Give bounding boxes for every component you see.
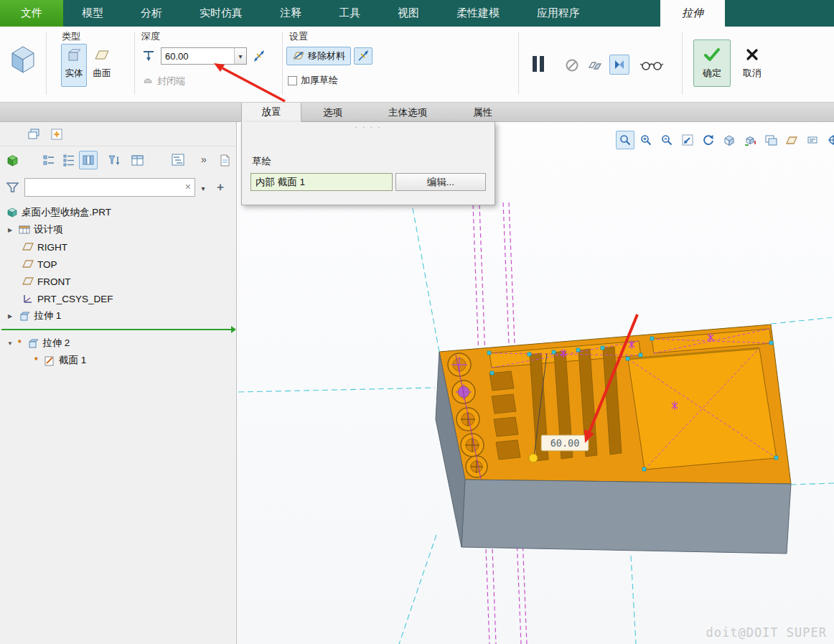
detail-view-icon[interactable] (62, 154, 76, 167)
add-filter-icon[interactable]: + (214, 179, 227, 195)
ribbon-separator (518, 32, 519, 95)
saved-orientations-icon[interactable] (741, 131, 759, 149)
tree-item-extrude-1[interactable]: ▶ 拉伸 1 (0, 307, 236, 325)
model-tree-icon[interactable] (4, 153, 20, 167)
expander-icon[interactable]: ▼ (6, 340, 14, 347)
tab-options[interactable]: 选项 (302, 103, 363, 122)
regenerate-marker-icon: * (34, 358, 39, 363)
sketch-section-field[interactable] (250, 173, 393, 191)
datum-plane-icon (22, 241, 34, 253)
menu-file[interactable]: 文件 (0, 0, 63, 27)
list-view-icon[interactable] (42, 154, 56, 167)
dimension-value[interactable]: 60.00 (550, 437, 580, 449)
insert-locator-line (1, 329, 232, 330)
tree-item-section-1[interactable]: * 截面 1 (0, 352, 236, 369)
tree-item-top-plane[interactable]: TOP (0, 256, 236, 273)
expander-icon[interactable]: ▶ (6, 227, 14, 233)
depth-dropdown-caret-icon[interactable]: ▾ (234, 48, 246, 64)
tree-root-part[interactable]: 桌面小型收纳盒.PRT (0, 204, 236, 221)
thicken-sketch-checkbox[interactable] (288, 76, 297, 85)
pause-button[interactable] (529, 54, 548, 74)
graphics-toolbar (616, 131, 834, 149)
depth-value-input[interactable] (161, 51, 234, 62)
columns-display-icon[interactable] (79, 151, 98, 169)
tree-item-design-items[interactable]: ▶ 设计项 (0, 221, 236, 238)
repaint-icon[interactable] (699, 131, 718, 149)
extrude-icon (18, 310, 30, 322)
spin-center-icon[interactable] (824, 131, 834, 149)
refit-icon[interactable] (678, 131, 697, 149)
tab-placement[interactable]: 放置 (241, 103, 301, 122)
feature-preview-toggle-icon[interactable] (609, 55, 629, 75)
solid-button[interactable]: 实体 (61, 44, 87, 87)
design-items-icon (18, 224, 30, 236)
regenerate-marker-icon: * (18, 340, 23, 346)
annotation-display-icon[interactable] (803, 131, 822, 149)
settings-group-label: 设置 (289, 30, 308, 43)
tab-properties[interactable]: 属性 (452, 103, 513, 122)
tree-item-right-plane[interactable]: RIGHT (0, 238, 236, 256)
menu-tab-flex-modeling[interactable]: 柔性建模 (438, 0, 518, 27)
tree-settings-doc-icon[interactable] (217, 152, 233, 168)
menu-tab-model[interactable]: 模型 (63, 0, 122, 27)
tab-body-options[interactable]: 主体选项 (363, 103, 452, 122)
extrude-feature-icon (4, 38, 42, 80)
capped-ends-label: 封闭端 (157, 75, 185, 88)
thicken-sketch-option[interactable]: 加厚草绘 (288, 74, 338, 87)
tree-item-label: FRONT (37, 276, 71, 287)
search-dropdown-caret-icon[interactable]: ▾ (198, 183, 208, 193)
glasses-preview-icon[interactable] (639, 58, 665, 73)
tree-item-extrude-2[interactable]: ▼ * 拉伸 2 (0, 335, 236, 352)
drag-handle-dot[interactable] (529, 454, 538, 462)
datum-display-icon[interactable] (782, 131, 801, 149)
edit-sketch-button[interactable]: 编辑... (395, 173, 486, 191)
tree-filters-icon[interactable] (169, 152, 187, 168)
zoom-region-icon[interactable] (616, 131, 634, 149)
favorites-box-icon[interactable] (49, 127, 65, 141)
ok-button[interactable]: 确定 (693, 39, 731, 87)
menu-tab-annotate[interactable]: 注释 (261, 0, 320, 27)
flip-material-side-icon[interactable] (354, 47, 373, 65)
display-style-icon[interactable] (720, 131, 739, 149)
sort-filter-icon[interactable] (106, 153, 122, 167)
filter-funnel-icon[interactable] (4, 180, 20, 195)
ribbon-separator (134, 32, 135, 95)
flip-depth-direction-icon[interactable] (250, 47, 268, 65)
model-tree-toolbar: » (0, 146, 236, 174)
thicken-sketch-label: 加厚草绘 (301, 74, 338, 87)
placement-panel: · · · · 草绘 编辑... (241, 122, 495, 205)
view-manager-icon[interactable] (762, 131, 780, 149)
menu-tab-extrude-active[interactable]: 拉伸 (660, 0, 725, 27)
tree-item-label: 拉伸 2 (42, 337, 70, 350)
tree-item-csys[interactable]: PRT_CSYS_DEF (0, 290, 236, 307)
cascade-windows-icon[interactable] (26, 127, 42, 141)
surface-button[interactable]: 曲面 (89, 44, 115, 87)
panel-drag-handle[interactable]: · · · · (242, 123, 495, 131)
tree-columns-icon[interactable] (129, 153, 145, 167)
unattached-preview-icon[interactable] (586, 57, 604, 74)
menubar-filler (725, 0, 834, 27)
zoom-in-icon[interactable] (637, 131, 655, 149)
insert-locator[interactable] (0, 325, 236, 335)
cancel-button[interactable]: 取消 (735, 39, 769, 87)
menu-tab-view[interactable]: 视图 (379, 0, 438, 27)
menu-tab-live-sim[interactable]: 实时仿真 (181, 0, 261, 27)
menu-tab-applications[interactable]: 应用程序 (518, 0, 599, 27)
no-preview-icon[interactable] (563, 57, 581, 74)
clear-search-icon[interactable]: × (185, 181, 191, 192)
menu-tab-analysis[interactable]: 分析 (122, 0, 181, 27)
menu-tab-tools[interactable]: 工具 (320, 0, 379, 27)
expander-icon[interactable]: ▶ (6, 313, 14, 319)
model-tree: 桌面小型收纳盒.PRT ▶ 设计项 RIGHT (0, 202, 236, 644)
remove-material-button[interactable]: 移除材料 (286, 47, 351, 65)
depth-type-icon[interactable] (139, 47, 158, 65)
tree-item-front-plane[interactable]: FRONT (0, 273, 236, 290)
depth-combo: ▾ (161, 47, 247, 65)
tree-search-input[interactable] (25, 179, 195, 196)
chevron-more-icon[interactable]: » (198, 151, 210, 167)
zoom-out-icon[interactable] (657, 131, 676, 149)
tree-item-label: PRT_CSYS_DEF (37, 294, 113, 304)
model-3d-box[interactable] (436, 325, 791, 554)
solid-icon (66, 47, 82, 65)
creo-window: 文件 模型 分析 实时仿真 注释 工具 视图 柔性建模 应用程序 拉伸 类型 (0, 0, 834, 644)
